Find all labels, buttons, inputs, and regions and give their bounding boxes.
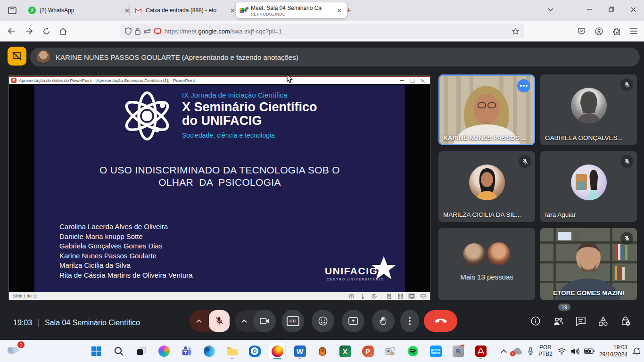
acrobat-button[interactable] xyxy=(472,343,489,360)
tray-chevron-icon[interactable] xyxy=(501,349,507,353)
people-panel-button[interactable]: 19 xyxy=(548,310,568,332)
chat-panel-button[interactable] xyxy=(570,310,591,332)
outlook-button[interactable]: O xyxy=(246,343,263,360)
window-close-button[interactable] xyxy=(622,0,644,19)
excel-button[interactable]: X xyxy=(337,343,354,360)
participant-tile-iara[interactable]: Iara Aguiar xyxy=(540,151,637,222)
search-button[interactable] xyxy=(110,343,127,360)
hand-icon xyxy=(379,316,388,326)
battery-icon[interactable] xyxy=(584,348,594,354)
forward-icon[interactable] xyxy=(22,24,37,39)
copilot-icon xyxy=(158,346,170,357)
participant-tile-karine[interactable]: KARINE NUNES PASSOS ... xyxy=(438,74,535,145)
meeting-details-button[interactable] xyxy=(525,310,545,332)
onedrive-error-icon[interactable]: ✕ xyxy=(512,347,523,355)
reading-view-icon[interactable] xyxy=(408,293,415,299)
windows-icon xyxy=(91,346,101,356)
start-button[interactable] xyxy=(88,343,105,360)
language-indicator[interactable]: POR PTB2 xyxy=(538,345,553,358)
close-tab-icon[interactable] xyxy=(123,6,131,15)
tab-meet-active[interactable]: Meet: Sala 04 Seminário Científi REPRODU… xyxy=(236,2,347,18)
new-tab-button[interactable]: + xyxy=(342,4,355,17)
teams-button[interactable] xyxy=(178,343,195,360)
account-icon[interactable] xyxy=(591,24,606,39)
activities-panel-button[interactable] xyxy=(593,310,613,332)
reload-icon[interactable] xyxy=(39,24,54,39)
task-view-button[interactable] xyxy=(133,343,150,360)
word-button[interactable]: W xyxy=(291,343,308,360)
url-bar[interactable]: https://meet.google.com/swa-zxjf-cqc?pli… xyxy=(120,24,524,39)
present-screen-button[interactable] xyxy=(342,310,364,332)
window-minimize-button[interactable] xyxy=(578,0,600,19)
next-slide-icon[interactable] xyxy=(371,293,377,299)
edge-button[interactable] xyxy=(201,343,218,360)
mic-button-group[interactable] xyxy=(190,310,230,332)
emoji-icon xyxy=(318,316,328,326)
permissions-icon[interactable] xyxy=(144,28,151,34)
taskbar-weather-widget[interactable]: 1 xyxy=(6,344,23,358)
clock[interactable]: 19:03 29/10/2024 xyxy=(599,344,627,358)
volume-icon[interactable] xyxy=(571,348,579,355)
participant-tile-gabriela[interactable]: GABRIELA GONÇALVES... xyxy=(540,74,637,145)
powerpoint-button[interactable]: P xyxy=(359,343,376,360)
ppt-close-icon[interactable] xyxy=(421,79,425,82)
slide-sorter-icon[interactable] xyxy=(397,293,404,299)
mic-muted-button[interactable] xyxy=(209,310,230,332)
camera-on-button[interactable] xyxy=(253,310,276,332)
meeting-info: 19:03 Sala 04 Seminário Científico xyxy=(13,319,140,327)
wifi-icon[interactable] xyxy=(557,348,566,355)
slideshow-view-icon[interactable] xyxy=(420,293,426,299)
present-icon xyxy=(348,317,358,325)
reactions-button[interactable] xyxy=(312,310,334,332)
media-tools-button[interactable] xyxy=(382,343,399,360)
ppt-minimize-icon[interactable] xyxy=(400,80,404,81)
shared-screen-powerpoint[interactable]: P Apresentação de slides do PowerPoint -… xyxy=(8,75,430,300)
file-explorer-button[interactable] xyxy=(223,343,240,360)
tab-separator xyxy=(129,5,130,16)
r-utility-button[interactable]: R xyxy=(450,343,467,360)
pocket-icon[interactable] xyxy=(574,24,589,39)
firefox-view-icon[interactable] xyxy=(6,5,19,16)
notes-view-icon[interactable] xyxy=(386,293,392,299)
participant-tile-overflow[interactable]: Mais 13 pessoas xyxy=(438,228,535,300)
participant-tile-etore[interactable]: ETORE GOMES MAZINI xyxy=(540,228,637,300)
pen-tool-icon[interactable] xyxy=(359,293,366,299)
lock-icon[interactable] xyxy=(135,28,140,35)
menu-hamburger-icon[interactable] xyxy=(626,24,641,39)
tray-mic-icon[interactable] xyxy=(528,347,534,355)
tab-whatsapp[interactable]: 2 (2) WhatsApp xyxy=(25,2,135,18)
tile-more-options-button[interactable] xyxy=(517,79,530,92)
more-options-button[interactable] xyxy=(400,310,419,332)
list-all-tabs-icon[interactable] xyxy=(540,0,561,19)
camera-button-group[interactable] xyxy=(235,310,276,332)
overflow-avatars xyxy=(461,242,513,266)
bookmark-star-icon[interactable] xyxy=(512,28,519,34)
camera-options-chevron-icon[interactable] xyxy=(235,320,254,323)
tab-gmail[interactable]: Caixa de entrada (888) - etore.g xyxy=(131,2,240,18)
presentation-off-icon xyxy=(12,51,22,61)
hand-app-button[interactable] xyxy=(314,343,331,360)
home-icon[interactable] xyxy=(56,24,71,39)
back-icon[interactable] xyxy=(4,24,19,39)
presentation-warning-button[interactable] xyxy=(8,47,26,66)
extensions-puzzle-icon[interactable] xyxy=(609,24,624,39)
ppt-restore-icon[interactable] xyxy=(411,79,414,82)
tab-title: Caixa de entrada (888) - etore.g xyxy=(146,7,216,14)
end-call-button[interactable] xyxy=(424,310,457,332)
prime-video-button[interactable]: prime video xyxy=(427,343,444,360)
notification-bell-icon[interactable] xyxy=(632,347,641,356)
mic-off-icon xyxy=(620,78,633,91)
previous-slide-icon[interactable] xyxy=(348,293,355,299)
mic-options-chevron-icon[interactable] xyxy=(190,320,208,323)
participant-tile-marilza[interactable]: MARILZA CICILIA DA SIL... xyxy=(438,151,535,222)
window-restore-button[interactable] xyxy=(601,0,622,19)
captions-button[interactable]: CC xyxy=(281,310,304,332)
r-utility-icon: R xyxy=(453,346,464,357)
sharing-indicator-icon[interactable] xyxy=(154,28,161,34)
copilot-button[interactable] xyxy=(156,343,173,360)
host-controls-button[interactable] xyxy=(616,310,636,332)
tracking-shield-icon[interactable] xyxy=(125,27,132,35)
firefox-button[interactable] xyxy=(269,343,286,360)
raise-hand-button[interactable] xyxy=(372,310,395,332)
spotify-button[interactable] xyxy=(405,343,421,360)
